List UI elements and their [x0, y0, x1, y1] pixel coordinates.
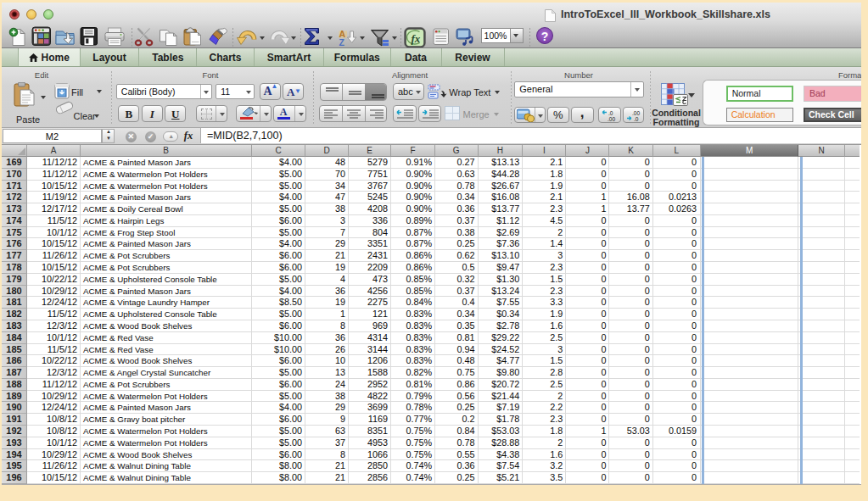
svg-text:.0: .0: [634, 116, 639, 122]
svg-text:fx: fx: [412, 32, 421, 45]
svg-text:.00: .00: [608, 116, 615, 122]
svg-text:.0: .0: [608, 110, 613, 116]
svg-text:Z: Z: [339, 37, 345, 47]
svg-text:.00: .00: [632, 110, 640, 116]
